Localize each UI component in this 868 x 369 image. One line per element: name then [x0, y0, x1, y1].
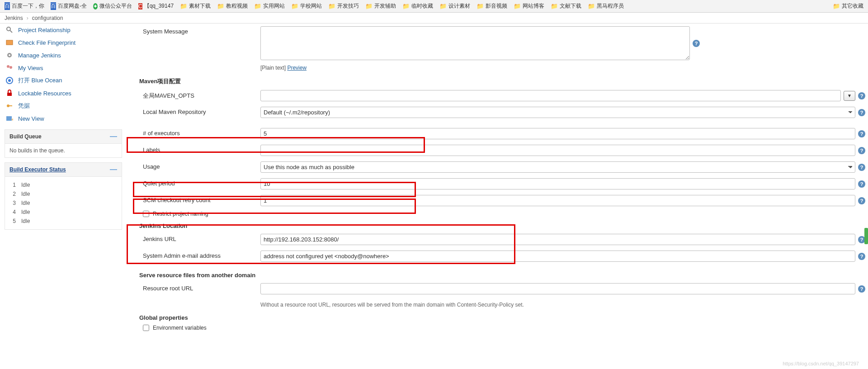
sidebar-item-fingerprint[interactable]: Check File Fingerprint [5, 36, 122, 49]
folder-icon: 📁 [365, 3, 373, 9]
key-icon [5, 102, 14, 110]
maven-opts-label: 全局MAVEN_OPTS [139, 90, 260, 100]
build-queue-body: No builds in the queue. [5, 144, 122, 158]
blueocean-icon [5, 76, 14, 85]
svg-rect-11 [9, 105, 12, 106]
svg-rect-9 [7, 93, 12, 96]
env-vars-checkbox[interactable] [143, 325, 149, 331]
search-icon [5, 26, 14, 34]
collapse-icon[interactable]: — [110, 166, 117, 174]
expand-button[interactable]: ▼ [844, 91, 855, 101]
breadcrumb-root[interactable]: Jenkins [5, 15, 23, 21]
sidebar-item-myviews[interactable]: My Views [5, 62, 122, 74]
bookmark-folder-7[interactable]: 📁临时收藏 [401, 2, 435, 10]
executor-row: 3Idle [9, 199, 117, 208]
sidebar-item-manage[interactable]: Manage Jenkins [5, 49, 122, 62]
preview-link[interactable]: Preview [287, 65, 307, 71]
system-message-label: System Message [139, 26, 260, 35]
usage-select[interactable]: Use this node as much as possible [260, 161, 855, 173]
help-icon[interactable]: ? [858, 253, 865, 260]
svg-point-5 [7, 65, 9, 68]
svg-text:+: + [11, 117, 13, 122]
bookmark-wechat[interactable]: ✦微信公众平台 [91, 2, 134, 10]
env-vars-label: Environment variables [153, 325, 207, 331]
help-icon[interactable]: ? [858, 130, 865, 137]
bookmark-baidu[interactable]: 百百度一下，你 [3, 2, 46, 10]
lock-icon [5, 89, 14, 97]
fingerprint-icon [5, 38, 14, 47]
executor-body: 1Idle 2Idle 3Idle 4Idle 5Idle [5, 177, 122, 230]
folder-icon: 📁 [514, 3, 521, 9]
scroll-indicator [864, 228, 868, 244]
bookmark-folder-4[interactable]: 📁学校网站 [289, 2, 324, 10]
quiet-period-input[interactable] [260, 178, 855, 189]
sidebar-item-blueocean[interactable]: 打开 Blue Ocean [5, 74, 122, 87]
admin-email-label: System Admin e-mail address [139, 251, 260, 259]
maven-section-title: Maven项目配置 [139, 74, 865, 87]
help-icon[interactable]: ? [858, 109, 865, 116]
breadcrumb: Jenkins › configuration [0, 13, 868, 24]
bookmark-folder-12[interactable]: 📁黑马程序员 [586, 2, 626, 10]
sidebar-item-lockable[interactable]: Lockable Resources [5, 87, 122, 99]
bookmark-folder-3[interactable]: 📁实用网站 [252, 2, 287, 10]
help-icon[interactable]: ? [858, 92, 865, 99]
help-icon[interactable]: ? [858, 285, 865, 293]
plus-icon: + [5, 114, 14, 123]
global-section-title: Global properties [139, 311, 865, 323]
bookmark-folder-5[interactable]: 📁开发技巧 [326, 2, 361, 10]
plain-text-info: [Plain text] Preview [260, 65, 307, 71]
breadcrumb-current[interactable]: configuration [32, 15, 63, 21]
svg-point-0 [7, 27, 10, 31]
executor-title-link[interactable]: Build Executor Status [9, 166, 66, 173]
gear-icon [5, 51, 14, 59]
collapse-icon[interactable]: — [110, 132, 117, 141]
folder-icon: 📁 [217, 3, 224, 9]
admin-email-input[interactable] [260, 251, 855, 262]
bookmark-folder-6[interactable]: 📁开发辅助 [363, 2, 398, 10]
svg-rect-2 [6, 40, 13, 45]
restrict-naming-checkbox[interactable] [143, 211, 149, 217]
bookmarks-bar: 百百度一下，你 百百度网盘-全 ✦微信公众平台 C【qq_39147 📁素材下载… [0, 0, 868, 13]
quiet-period-label: Quiet period [139, 178, 260, 187]
sidebar-item-credentials[interactable]: 凭据 [5, 99, 122, 112]
folder-icon: 📁 [402, 3, 410, 9]
serve-section-title: Serve resource files from another domain [139, 265, 865, 280]
bookmark-folder-10[interactable]: 📁网站博客 [512, 2, 546, 10]
help-icon[interactable]: ? [858, 180, 865, 188]
sidebar-item-relationship[interactable]: Project Relationship [5, 24, 122, 36]
sidebar-item-newview[interactable]: + New View [5, 112, 122, 125]
help-icon[interactable]: ? [858, 147, 865, 154]
resource-url-label: Resource root URL [139, 283, 260, 292]
bookmark-other[interactable]: 📁其它收藏 [831, 2, 865, 10]
local-repo-select[interactable]: Default (~/.m2/repository) [260, 107, 855, 118]
system-message-textarea[interactable] [260, 26, 690, 60]
resource-url-input[interactable] [260, 283, 855, 294]
local-repo-label: Local Maven Repository [139, 107, 260, 115]
help-icon[interactable]: ? [858, 164, 865, 171]
bookmark-folder-2[interactable]: 📁教程视频 [215, 2, 250, 10]
help-icon[interactable]: ? [693, 40, 700, 47]
maven-opts-input[interactable] [260, 90, 841, 101]
executor-row: 5Idle [9, 217, 117, 226]
usage-label: Usage [139, 161, 260, 170]
bookmark-folder-9[interactable]: 📁影音视频 [475, 2, 509, 10]
bookmark-baidu-pan[interactable]: 百百度网盘-全 [49, 2, 89, 10]
help-icon[interactable]: ? [858, 197, 865, 204]
bookmark-csdn[interactable]: C【qq_39147 [137, 2, 175, 10]
svg-point-8 [8, 79, 11, 82]
sidebar: Project Relationship Check File Fingerpr… [0, 24, 127, 342]
labels-input[interactable] [260, 145, 855, 156]
bookmark-folder-1[interactable]: 📁素材下载 [178, 2, 212, 10]
people-icon [5, 64, 14, 72]
scm-retry-input[interactable] [260, 195, 855, 206]
folder-icon: 📁 [551, 3, 558, 9]
labels-label: Labels [139, 145, 260, 153]
jenkins-url-label: Jenkins URL [139, 234, 260, 242]
bookmark-folder-11[interactable]: 📁文献下载 [549, 2, 583, 10]
executor-row: 2Idle [9, 189, 117, 199]
executors-input[interactable] [260, 128, 855, 139]
bookmark-folder-8[interactable]: 📁设计素材 [438, 2, 472, 10]
executor-row: 1Idle [9, 180, 117, 189]
main-form: System Message ? [Plain text] Preview Ma… [127, 24, 868, 342]
jenkins-url-input[interactable] [260, 234, 855, 245]
